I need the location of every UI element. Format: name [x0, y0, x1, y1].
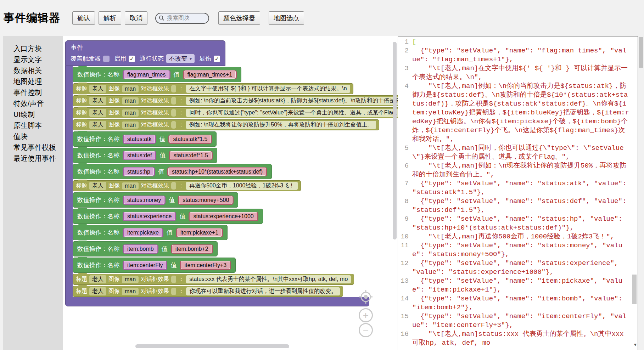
image-field[interactable]: man	[122, 288, 139, 295]
dialog-text-field[interactable]: 你现在可以重新和我进行对话，进一步看到属性值的改变。	[186, 287, 340, 295]
workspace-horizontal-scrollbar[interactable]	[135, 344, 289, 348]
setvalue-block[interactable]: 数值操作：名称status:def值status:def*1.5	[73, 148, 217, 163]
name-slot[interactable]: status:atk	[123, 135, 156, 144]
sidebar-item-2[interactable]: 显示文字	[3, 54, 63, 65]
sidebar-item-4[interactable]: 地图处理	[3, 76, 63, 87]
speaker-field[interactable]: 老人	[89, 182, 106, 190]
image-field[interactable]: man	[122, 122, 139, 129]
name-slot[interactable]: status:hp	[123, 167, 155, 176]
name-slot[interactable]: item:pickaxe	[123, 228, 163, 237]
speaker-field[interactable]: 老人	[89, 109, 106, 117]
dialog-title-block[interactable]: 标题老人图像man对话框效果：在文字中使用${' ${ '}和 } 可以计算并显…	[73, 83, 353, 94]
setvalue-block[interactable]: 数值操作：名称item:pickaxe值item:pickaxe+1	[73, 225, 228, 240]
checked-checkbox[interactable]: ✓	[214, 56, 220, 62]
sidebar-item-11[interactable]: 最近使用事件	[3, 153, 63, 164]
scroll-down-arrow-icon[interactable]: ▼	[634, 341, 637, 350]
dialog-title-block[interactable]: 标题老人图像man对话框效果：例如: \n现在我将让你的攻防提升50%，再将攻防…	[73, 119, 379, 130]
code-text[interactable]: "\t[老人,man]例如：\n现在我将让你的攻防提升50%，再将攻防和的十倍加…	[412, 162, 638, 179]
name-slot-value[interactable]: item:bomb	[124, 245, 157, 253]
dialog-effect-slot[interactable]	[171, 182, 176, 190]
name-slot-value[interactable]: status:money	[124, 196, 164, 204]
value-slot-value[interactable]: status:atk*1.5	[169, 135, 211, 143]
code-text[interactable]: "\t[老人,man]再送你500金币，1000经验，1破2炸3飞！",	[412, 232, 638, 241]
value-slot-value[interactable]: status:experience+1000	[190, 212, 257, 220]
value-slot-value[interactable]: status:money+500	[179, 196, 233, 204]
sidebar-item-8[interactable]: 原生脚本	[3, 120, 63, 131]
code-text[interactable]: "\t[老人,man]同时，你也可以通过{\"type\": \"setValu…	[412, 144, 638, 162]
setvalue-block[interactable]: 数值操作：名称status:experience值status:experien…	[73, 209, 263, 224]
value-slot-value[interactable]: status:def*1.5	[170, 151, 212, 159]
window-scrollbar-thumb[interactable]	[639, 37, 643, 68]
code-text[interactable]: {"type": "setValue", "name": "status:def…	[412, 197, 638, 215]
blockly-workspace[interactable]: 事件 覆盖触发器启用✓通行状态不改变▾显伤✓ 数值操作：名称flag:man_t…	[63, 36, 398, 350]
dialog-effect-slot[interactable]	[171, 109, 176, 117]
sidebar-item-1[interactable]: 入口方块	[3, 43, 63, 54]
name-slot[interactable]: item:centerFly	[123, 261, 167, 270]
name-slot-value[interactable]: status:def	[124, 151, 155, 159]
dialog-title-block[interactable]: 标题老人图像man对话框效果：再送你500金币，1000经验，1破2炸3飞！	[73, 180, 301, 191]
sidebar-item-10[interactable]: 常见事件模板	[3, 142, 63, 153]
speaker-field[interactable]: 老人	[89, 287, 106, 295]
code-scrollbar-thumb[interactable]	[632, 275, 637, 304]
code-text[interactable]: {"type": "setValue", "name": "status:exp…	[412, 259, 638, 277]
name-slot[interactable]: status:experience	[123, 212, 176, 221]
dialog-text-field[interactable]: 再送你500金币，1000经验，1破2炸3飞！	[186, 182, 298, 190]
setvalue-block[interactable]: 数值操作：名称item:centerFly值item:centerFly+3	[73, 258, 236, 273]
dialog-effect-slot[interactable]	[171, 85, 176, 92]
dialog-text-field[interactable]: 例如: \n现在我将让你的攻防提升50%，再将攻防和的十倍加到生命值上。	[186, 121, 376, 129]
zoom-out-button[interactable]: −	[359, 323, 373, 337]
value-slot[interactable]: flag:man_times+1	[183, 70, 237, 79]
code-text[interactable]: {"type": "setValue", "name": "status:atk…	[412, 179, 638, 197]
name-slot[interactable]: status:def	[123, 151, 156, 160]
value-slot-value[interactable]: item:bomb+2	[172, 245, 212, 253]
name-slot[interactable]: item:bomb	[123, 244, 158, 254]
value-slot[interactable]: status:def*1.5	[169, 151, 213, 160]
search-input[interactable]	[166, 15, 205, 22]
code-text[interactable]: {"type": "setValue", "name": "status:hp"…	[412, 215, 638, 232]
code-text[interactable]: {"type": "setValue", "name": "item:bomb"…	[412, 294, 638, 312]
dialog-effect-slot[interactable]	[171, 276, 176, 283]
dialog-effect-slot[interactable]	[171, 288, 176, 295]
name-slot[interactable]: status:money	[123, 196, 166, 205]
passability-dropdown[interactable]: 不改变▾	[166, 54, 195, 63]
dialog-text-field[interactable]: 在文字中使用${' ${ '}和 } 可以计算并显示一个表达式的结果。\n	[186, 85, 350, 93]
sidebar-item-6[interactable]: 特效/声音	[3, 98, 63, 109]
setvalue-block[interactable]: 数值操作：名称status:money值status:money+500	[73, 192, 238, 208]
setvalue-block[interactable]: 数值操作：名称item:bomb值item:bomb+2	[73, 241, 218, 256]
setvalue-block[interactable]: 数值操作：名称status:atk值status:atk*1.5	[73, 131, 217, 147]
setvalue-block[interactable]: 数值操作：名称status:hp值status:hp+10*(status:at…	[73, 164, 272, 179]
image-field[interactable]: man	[122, 85, 139, 92]
unchecked-checkbox[interactable]	[103, 56, 110, 62]
dialog-text-field[interactable]: 同时，你也可以通过{"type": "setValue"}来设置一个勇士的属性、…	[186, 109, 398, 117]
value-slot-value[interactable]: flag:man_times+1	[184, 70, 236, 79]
code-text[interactable]: {"type": "setValue", "name": "item:cente…	[412, 312, 638, 330]
name-slot-value[interactable]: status:hp	[124, 168, 154, 176]
dialog-title-block[interactable]: 标题老人图像man对话框效果：status:xxx 代表勇士的某个属性。\n其中…	[73, 274, 354, 285]
value-slot[interactable]: item:centerFly+3	[180, 261, 231, 270]
code-text[interactable]: "\t[老人,man]status:xxx 代表勇士的某个属性。\n其中xxx可…	[412, 330, 638, 348]
cancel-button[interactable]: 取消	[125, 11, 147, 25]
dialog-text-field[interactable]: 例如: \n你的当前攻击力是${status:atk}，防御力是${status…	[186, 97, 398, 105]
event-json-editor[interactable]: ▼ 1[2 {"type": "setValue", "name": "flag…	[398, 36, 638, 350]
sidebar-item-5[interactable]: 事件控制	[3, 87, 63, 98]
image-field[interactable]: man	[122, 182, 139, 190]
value-slot[interactable]: item:bomb+2	[171, 244, 213, 254]
image-field[interactable]: man	[122, 276, 139, 283]
dialog-effect-slot[interactable]	[171, 97, 176, 105]
speaker-field[interactable]: 老人	[89, 85, 106, 93]
code-text[interactable]: "\t[老人,man]在文字中使用${' ${ '}和 } 可以计算并显示一个表…	[412, 64, 638, 82]
workspace-vertical-scrollbar[interactable]	[393, 42, 397, 239]
map-pick-button[interactable]: 地图选点	[269, 11, 304, 25]
code-text[interactable]: {"type": "setValue", "name": "flag:man_t…	[412, 46, 638, 64]
dialog-title-block[interactable]: 标题老人图像man对话框效果：同时，你也可以通过{"type": "setVal…	[73, 107, 398, 118]
sidebar-item-9[interactable]: 值块	[3, 131, 63, 142]
value-slot[interactable]: item:pickaxe+1	[176, 228, 223, 237]
name-slot-value[interactable]: status:atk	[124, 135, 155, 143]
speaker-field[interactable]: 老人	[89, 121, 106, 129]
name-slot[interactable]: flag:man_times	[123, 70, 170, 79]
speaker-field[interactable]: 老人	[89, 97, 106, 105]
value-slot-value[interactable]: status:hp+10*(status:atk+status:def)	[168, 168, 266, 176]
name-slot-value[interactable]: flag:man_times	[124, 70, 169, 79]
sidebar-item-7[interactable]: UI绘制	[3, 109, 63, 120]
value-slot[interactable]: status:hp+10*(status:atk+status:def)	[167, 167, 267, 176]
